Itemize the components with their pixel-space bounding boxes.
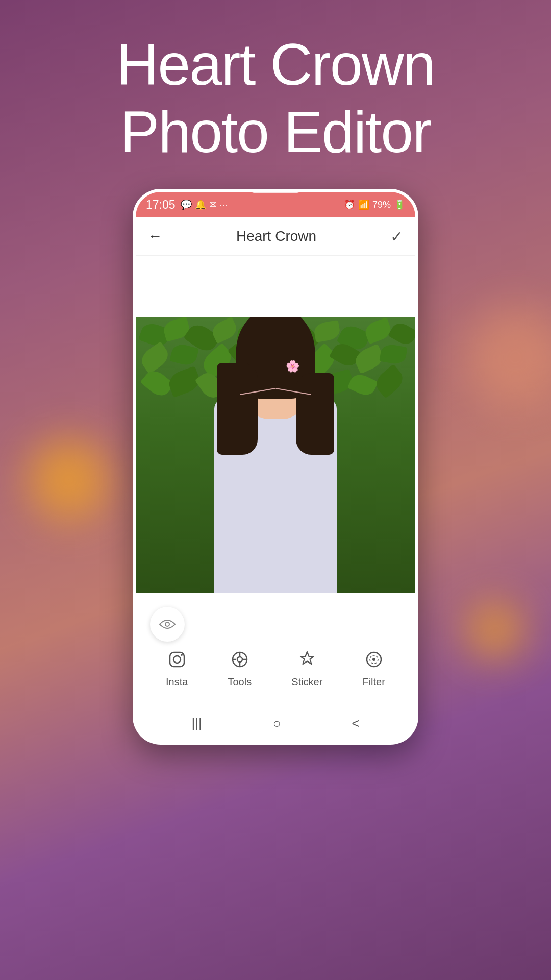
status-bar: 17:05 💬 🔔 ✉ ··· ⏰ 📶 79% 🔋: [136, 192, 415, 217]
status-icons: 💬 🔔 ✉ ···: [181, 199, 228, 210]
status-time: 17:05: [146, 198, 176, 212]
phone-mockup: 17:05 💬 🔔 ✉ ··· ⏰ 📶 79% 🔋 ← Heart Crown …: [133, 189, 418, 745]
bottom-panel: Insta Tools: [136, 593, 415, 705]
app-title-line1: Heart Crown: [116, 32, 434, 97]
filter-icon: [365, 650, 383, 673]
app-bar-title: Heart Crown: [236, 228, 316, 244]
sticker-icon: [298, 650, 316, 673]
top-white-space: [136, 256, 415, 317]
messenger-icon: 💬: [181, 199, 192, 210]
phone-frame: 17:05 💬 🔔 ✉ ··· ⏰ 📶 79% 🔋 ← Heart Crown …: [133, 189, 418, 745]
nav-item-insta[interactable]: Insta: [166, 650, 188, 688]
nav-label-sticker: Sticker: [291, 676, 322, 688]
app-bar: ← Heart Crown ✓: [136, 217, 415, 256]
nav-item-tools[interactable]: Tools: [228, 650, 252, 688]
back-button[interactable]: ←: [148, 228, 162, 244]
svg-point-12: [372, 658, 375, 661]
app-title-line2: Photo Editor: [120, 99, 431, 164]
tools-icon: [231, 650, 249, 673]
system-home-button[interactable]: ○: [273, 716, 281, 731]
flower-sticker: 🌸: [286, 360, 299, 373]
alarm-icon: ⏰: [344, 199, 355, 210]
nav-label-insta: Insta: [166, 676, 188, 688]
nav-label-filter: Filter: [362, 676, 385, 688]
wifi-icon: 📶: [358, 199, 369, 210]
svg-point-0: [165, 622, 169, 626]
nav-item-sticker[interactable]: Sticker: [291, 650, 322, 688]
nav-item-filter[interactable]: Filter: [362, 650, 385, 688]
bottom-nav: Insta Tools: [136, 639, 415, 705]
photo-area: 🌸: [136, 317, 415, 593]
email-icon: ✉: [209, 199, 217, 210]
svg-point-3: [181, 654, 183, 656]
notification-icon: 🔔: [195, 199, 206, 210]
bokeh-blob-3: [464, 306, 551, 408]
battery-text: 79%: [372, 200, 391, 210]
eye-icon: [159, 618, 176, 630]
bokeh-blob-1: [28, 439, 110, 521]
battery-icon: 🔋: [394, 199, 405, 210]
system-nav-bar: ||| ○ <: [136, 705, 415, 742]
phone-speaker: [250, 189, 301, 193]
app-title: Heart Crown Photo Editor: [0, 31, 551, 166]
person-area: 🌸: [204, 348, 347, 593]
svg-point-5: [237, 657, 242, 662]
confirm-button[interactable]: ✓: [390, 228, 403, 246]
system-back-button[interactable]: <: [352, 716, 359, 731]
status-right: ⏰ 📶 79% 🔋: [344, 199, 405, 210]
more-icon: ···: [220, 200, 228, 210]
preview-button[interactable]: [150, 607, 185, 642]
nav-label-tools: Tools: [228, 676, 252, 688]
system-menu-button[interactable]: |||: [191, 716, 202, 731]
ar-filter-overlay: [240, 373, 311, 414]
insta-icon: [168, 650, 186, 673]
svg-point-2: [173, 656, 181, 663]
bokeh-blob-2: [467, 602, 523, 658]
status-left: 17:05 💬 🔔 ✉ ···: [146, 198, 228, 212]
